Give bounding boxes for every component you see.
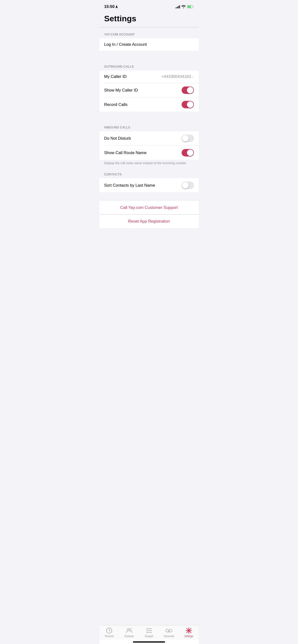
svg-point-12 <box>151 630 152 631</box>
voicemail-icon <box>166 627 172 634</box>
svg-point-17 <box>169 629 172 632</box>
show-call-route-name-row: Show Call Route Name <box>99 146 199 160</box>
section-header-yay-account: YAY.COM ACCOUNT <box>99 27 199 38</box>
tab-voicemail-label: Voicemail <box>164 635 174 638</box>
sort-contacts-toggle[interactable] <box>182 182 194 189</box>
chevron-icon: › <box>192 74 194 79</box>
show-caller-id-row: Show My Caller ID <box>99 83 199 97</box>
recents-icon <box>106 627 112 634</box>
contacts-card: Sort Contacts by Last Name <box>99 178 199 192</box>
svg-point-13 <box>146 632 147 633</box>
inbound-calls-card: Do Not Disturb Show Call Route Name <box>99 131 199 160</box>
section-header-inbound-label: INBOUND CALLS <box>104 126 130 129</box>
tab-recents[interactable]: Recents <box>99 627 119 640</box>
login-create-account-row[interactable]: Log In / Create Account <box>99 38 199 51</box>
my-caller-id-row[interactable]: My Caller ID +443300434183 › <box>99 70 199 83</box>
sort-contacts-row: Sort Contacts by Last Name <box>99 178 199 192</box>
show-caller-id-label: Show My Caller ID <box>104 88 138 93</box>
tab-settings-label: Settings <box>185 635 193 638</box>
show-call-route-name-label: Show Call Route Name <box>104 150 146 155</box>
section-header-contacts-label: CONTACTS <box>104 172 122 176</box>
record-calls-row: Record Calls <box>99 98 199 112</box>
record-calls-label: Record Calls <box>104 102 127 107</box>
section-header-outbound-label: OUTBOUND CALLS <box>104 65 134 68</box>
show-caller-id-toggle[interactable] <box>182 86 194 94</box>
status-icons <box>176 5 194 8</box>
svg-point-8 <box>148 628 150 629</box>
do-not-disturb-toggle[interactable] <box>182 135 194 142</box>
login-create-account-label: Log In / Create Account <box>104 42 147 47</box>
sort-contacts-label: Sort Contacts by Last Name <box>104 183 155 188</box>
svg-point-9 <box>151 628 152 629</box>
svg-line-4 <box>109 630 110 631</box>
contacts-icon <box>126 627 132 634</box>
tab-contacts[interactable]: Contacts <box>119 627 139 640</box>
status-bar: 15:50 <box>99 0 199 12</box>
tab-keypad-label: Keypad <box>145 635 153 638</box>
section-header-contacts: CONTACTS <box>99 167 199 178</box>
show-call-route-name-toggle[interactable] <box>182 149 194 156</box>
svg-point-6 <box>129 629 131 630</box>
call-support-button[interactable]: Call Yay.com Customer Support <box>99 201 199 214</box>
svg-point-14 <box>148 632 150 633</box>
svg-point-11 <box>148 630 150 631</box>
home-indicator <box>99 640 199 644</box>
svg-point-16 <box>166 629 169 632</box>
section-header-outbound: OUTBOUND CALLS <box>99 60 199 70</box>
my-caller-id-value: +443300434183 › <box>162 74 194 79</box>
reset-registration-button[interactable]: Reset App Registration <box>99 215 199 228</box>
keypad-icon <box>146 627 152 634</box>
tab-settings[interactable]: Settings <box>179 627 199 640</box>
svg-point-5 <box>127 629 129 630</box>
tab-voicemail[interactable]: Voicemail <box>159 627 179 640</box>
tab-keypad[interactable]: Keypad <box>139 627 159 640</box>
signal-icon <box>176 5 180 8</box>
record-calls-toggle[interactable] <box>182 101 194 108</box>
section-header-yay-account-label: YAY.COM ACCOUNT <box>104 32 135 36</box>
page-title-area: Settings <box>99 12 199 27</box>
show-call-route-name-helper: Display the call route name instead of t… <box>99 160 199 167</box>
battery-icon <box>187 5 194 8</box>
section-header-inbound: INBOUND CALLS <box>99 120 199 131</box>
wifi-icon <box>181 5 186 8</box>
svg-point-15 <box>151 632 152 633</box>
my-caller-id-label: My Caller ID <box>104 74 127 79</box>
do-not-disturb-label: Do Not Disturb <box>104 136 131 141</box>
home-bar <box>133 641 165 642</box>
svg-point-10 <box>146 630 147 631</box>
settings-icon <box>186 627 192 634</box>
tab-bar: Recents Contacts <box>99 625 199 640</box>
tab-recents-label: Recents <box>105 635 114 638</box>
yay-account-card: Log In / Create Account <box>99 38 199 51</box>
tab-contacts-label: Contacts <box>124 635 134 638</box>
page-title: Settings <box>104 14 194 23</box>
do-not-disturb-row: Do Not Disturb <box>99 131 199 146</box>
status-time: 15:50 <box>104 4 118 9</box>
svg-point-7 <box>146 628 147 629</box>
outbound-calls-card: My Caller ID +443300434183 › Show My Cal… <box>99 70 199 112</box>
